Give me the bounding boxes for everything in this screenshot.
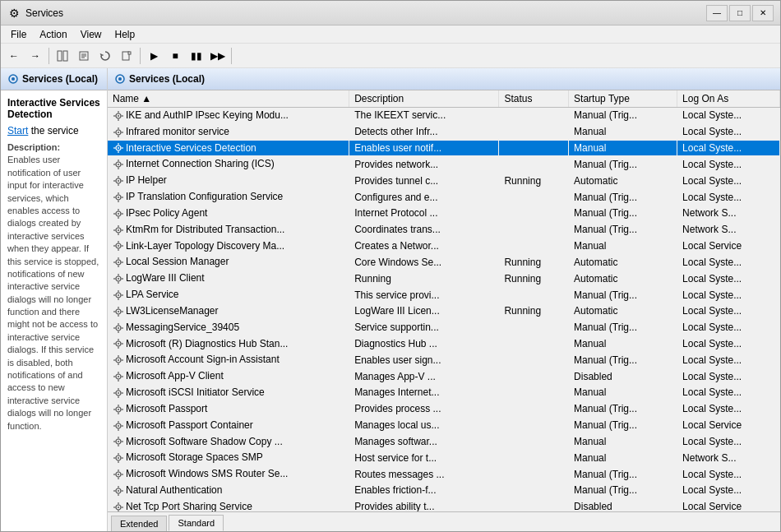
service-description-cell: The IKEEXT servic... [349,108,499,124]
table-row[interactable]: LogWare III ClientRunningRunningAutomati… [108,271,780,287]
service-status-cell [499,433,569,450]
table-row[interactable]: Microsoft App-V ClientManages App-V ...D… [108,368,780,385]
table-row[interactable]: Microsoft (R) Diagnostics Hub Stan...Dia… [108,335,780,352]
service-logon-cell: Local Syste... [677,140,780,156]
service-startup-cell: Manual (Trig... [569,108,677,124]
service-description-cell: Core Windows Se... [349,254,499,271]
table-row[interactable]: Microsoft Windows SMS Router Se...Routes… [108,466,780,483]
content-area: Services (Local) Name ▲ Description Stat… [108,68,780,531]
service-status-cell [499,189,569,206]
services-icon [7,73,19,85]
toolbar-properties[interactable] [74,46,94,66]
toolbar-refresh[interactable] [95,46,115,66]
service-logon-cell: Local Syste... [677,319,780,335]
col-logon[interactable]: Log On As [677,90,780,108]
table-row[interactable]: Microsoft Account Sign-in AssistantEnabl… [108,352,780,368]
service-status-cell [499,368,569,385]
svg-point-74 [118,278,119,280]
service-name-cell: Microsoft (R) Diagnostics Hub Stan... [108,335,349,352]
table-row[interactable]: Natural AuthenticationEnables friction-f… [108,483,780,499]
sidebar-link-suffix: the service [28,125,78,136]
col-name[interactable]: Name ▲ [108,90,349,108]
table-row[interactable]: Link-Layer Topology Discovery Ma...Creat… [108,238,780,254]
service-description-cell: Internet Protocol ... [349,205,499,221]
menu-action[interactable]: Action [33,27,73,42]
tab-standard[interactable]: Standard [169,515,224,531]
service-name-cell: Local Session Manager [108,254,349,271]
service-name-cell: IP Translation Configuration Service [108,189,349,206]
window-icon: ⚙ [7,7,21,20]
service-description-cell: Routes messages ... [349,466,499,483]
service-gear-icon [113,387,124,399]
table-row[interactable]: Microsoft Storage Spaces SMPHost service… [108,450,780,466]
tab-extended[interactable]: Extended [111,516,167,531]
col-startup[interactable]: Startup Type [569,90,677,108]
service-description-cell: Enables user sign... [349,352,499,368]
table-row[interactable]: Microsoft iSCSI Initiator ServiceManages… [108,385,780,401]
toolbar-show-hide-console-tree[interactable] [53,46,72,66]
toolbar-restart[interactable]: ▶▶ [208,46,228,66]
toolbar-stop[interactable]: ■ [165,46,185,66]
svg-point-128 [118,425,119,427]
menu-file[interactable]: File [4,27,33,42]
service-name-cell: Link-Layer Topology Discovery Ma... [108,238,349,254]
toolbar-pause[interactable]: ▮▮ [187,46,206,66]
table-row[interactable]: KtmRm for Distributed Transaction...Coor… [108,221,780,238]
service-logon-cell: Local Service [677,238,780,254]
toolbar-back[interactable]: ← [4,46,24,66]
minimize-button[interactable]: — [706,5,728,21]
table-row[interactable]: LW3LicenseManagerLogWare III Licen...Run… [108,303,780,319]
service-logon-cell: Network S... [677,450,780,466]
services-table: Name ▲ Description Status Startup Type L… [108,90,780,511]
toolbar-export[interactable] [117,46,136,66]
svg-rect-1 [63,51,67,61]
service-logon-cell: Local Syste... [677,156,780,173]
table-row[interactable]: MessagingService_39405Service supportin.… [108,319,780,335]
service-description-cell: Provides process ... [349,400,499,417]
table-row[interactable]: Local Session ManagerCore Windows Se...R… [108,254,780,271]
service-logon-cell: Network S... [677,221,780,238]
service-logon-cell: Local Syste... [677,368,780,385]
sidebar-description: Description: Enables user notification o… [7,141,100,433]
svg-point-134 [118,441,119,442]
service-gear-icon [113,192,124,203]
menu-view[interactable]: View [74,27,109,42]
maximize-button[interactable]: □ [729,5,751,21]
menu-help[interactable]: Help [109,27,142,42]
table-row[interactable]: Interactive Services DetectionEnables us… [108,140,780,156]
service-gear-icon [113,224,124,236]
table-row[interactable]: IP HelperProvides tunnel c...RunningAuto… [108,173,780,189]
service-description-cell: Provides ability t... [349,498,499,511]
toolbar-forward[interactable]: → [25,46,45,66]
service-description-cell: LogWare III Licen... [349,303,499,319]
table-row[interactable]: Net Tcp Port Sharing ServiceProvides abi… [108,498,780,511]
title-bar: ⚙ Services — □ ✕ [1,1,780,25]
table-row[interactable]: Microsoft Software Shadow Copy ...Manage… [108,433,780,450]
service-gear-icon [113,142,124,154]
services-table-container[interactable]: Name ▲ Description Status Startup Type L… [108,90,780,511]
service-startup-cell: Manual [569,335,677,352]
table-row[interactable]: Infrared monitor serviceDetects other In… [108,123,780,140]
close-button[interactable]: ✕ [752,5,774,21]
service-logon-cell: Local Syste... [677,303,780,319]
table-row[interactable]: IKE and AuthIP IPsec Keying Modu...The I… [108,108,780,124]
service-description-cell: Diagnostics Hub ... [349,335,499,352]
table-row[interactable]: IPsec Policy AgentInternet Protocol ...M… [108,205,780,221]
table-row[interactable]: Microsoft PassportProvides process ...Ma… [108,400,780,417]
service-startup-cell: Manual (Trig... [569,205,677,221]
service-name-cell: KtmRm for Distributed Transaction... [108,221,349,238]
table-row[interactable]: Microsoft Passport ContainerManages loca… [108,417,780,433]
service-startup-cell: Manual [569,140,677,156]
tabs-bar: Extended Standard [108,511,780,531]
toolbar-separator-3 [231,48,232,64]
table-row[interactable]: IP Translation Configuration ServiceConf… [108,189,780,206]
service-gear-icon [113,208,124,220]
col-description[interactable]: Description [349,90,499,108]
start-service-link[interactable]: Start [7,125,28,136]
service-status-cell [499,156,569,173]
service-status-cell: Running [499,254,569,271]
table-row[interactable]: Internet Connection Sharing (ICS)Provide… [108,156,780,173]
table-row[interactable]: LPA ServiceThis service provi...Manual (… [108,287,780,303]
toolbar-start[interactable]: ▶ [144,46,164,66]
col-status[interactable]: Status [499,90,569,108]
